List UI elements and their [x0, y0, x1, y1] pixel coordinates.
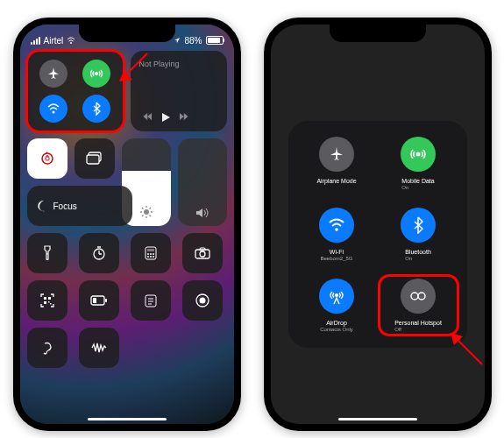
svg-point-18	[46, 253, 48, 255]
svg-point-29	[150, 256, 152, 258]
moon-icon	[36, 200, 48, 212]
wifi-icon	[67, 37, 75, 44]
svg-point-32	[200, 251, 205, 257]
svg-rect-34	[44, 297, 46, 300]
svg-rect-24	[147, 249, 154, 251]
svg-rect-37	[48, 301, 50, 303]
svg-marker-1	[119, 71, 132, 81]
cellular-data-item[interactable]: Mobile DataOn	[382, 137, 455, 190]
bluetooth-toggle[interactable]	[82, 95, 110, 123]
svg-point-52	[418, 293, 425, 300]
battery-icon	[206, 36, 224, 45]
phone-right: Airplane Mode Mobile DataOn Wi-FiBeebom2…	[264, 18, 492, 431]
carrier-label: Airtel	[44, 36, 64, 46]
svg-rect-6	[46, 157, 49, 160]
svg-point-27	[153, 253, 154, 255]
annotation-arrow	[445, 328, 485, 371]
notes-button[interactable]	[131, 280, 171, 321]
phone-left: Airtel 88% Not Playing	[13, 18, 241, 431]
notch	[79, 25, 175, 42]
timer-button[interactable]	[79, 233, 119, 273]
home-indicator[interactable]	[338, 418, 417, 420]
svg-point-5	[42, 153, 53, 164]
svg-rect-40	[105, 299, 107, 302]
screen-mirroring-button[interactable]	[75, 138, 115, 179]
svg-point-26	[150, 253, 152, 255]
svg-point-30	[153, 256, 154, 258]
voice-memos-button[interactable]	[79, 328, 119, 368]
focus-label: Focus	[53, 201, 77, 211]
bluetooth-item[interactable]: BluetoothOn	[382, 208, 455, 261]
svg-rect-38	[50, 303, 52, 305]
screen: Airplane Mode Mobile DataOn Wi-FiBeebom2…	[271, 25, 485, 424]
prev-track-icon[interactable]	[143, 113, 152, 122]
next-track-icon[interactable]	[180, 113, 188, 122]
svg-point-3	[95, 72, 98, 75]
bluetooth-icon	[401, 208, 436, 243]
notch	[330, 25, 426, 42]
wifi-item[interactable]: Wi-FiBeebom2_5G	[301, 208, 373, 261]
svg-line-0	[124, 53, 147, 77]
flashlight-button[interactable]	[27, 233, 67, 273]
battery-pct: 88%	[184, 36, 202, 46]
svg-point-25	[147, 253, 149, 255]
wifi-icon	[319, 208, 354, 243]
airdrop-icon	[319, 279, 354, 314]
low-power-button[interactable]	[79, 280, 119, 321]
home-indicator[interactable]	[88, 418, 167, 420]
location-icon	[174, 37, 181, 44]
svg-line-53	[456, 338, 482, 364]
volume-slider[interactable]	[178, 138, 227, 226]
svg-point-51	[411, 293, 418, 300]
svg-rect-36	[44, 301, 46, 304]
airplane-icon	[319, 137, 354, 172]
speaker-icon	[195, 207, 209, 219]
camera-button[interactable]	[182, 233, 223, 273]
calculator-button[interactable]	[131, 233, 171, 273]
wifi-toggle[interactable]	[39, 95, 67, 123]
cellular-icon	[401, 137, 436, 172]
qr-scanner-button[interactable]	[27, 280, 67, 321]
svg-rect-8	[87, 155, 99, 164]
svg-point-49	[335, 228, 338, 231]
svg-point-47	[199, 298, 205, 304]
airdrop-item[interactable]: AirDropContacts Only	[301, 279, 373, 332]
svg-point-28	[147, 256, 149, 258]
signal-bars-icon	[31, 37, 40, 45]
cellular-data-toggle[interactable]	[82, 60, 110, 88]
airplane-mode-toggle[interactable]	[39, 60, 67, 88]
connectivity-tile[interactable]	[27, 51, 124, 131]
svg-rect-41	[93, 298, 96, 303]
airplane-mode-item[interactable]: Airplane Mode	[301, 137, 373, 190]
hearing-button[interactable]	[27, 328, 67, 368]
play-icon[interactable]	[160, 112, 171, 123]
orientation-lock-toggle[interactable]	[27, 138, 67, 179]
expanded-connectivity-panel: Airplane Mode Mobile DataOn Wi-FiBeebom2…	[288, 121, 467, 348]
annotation-arrow	[117, 49, 152, 84]
screen-record-button[interactable]	[182, 280, 223, 321]
svg-point-4	[53, 111, 55, 114]
hotspot-icon	[401, 279, 436, 314]
svg-point-2	[70, 42, 72, 44]
svg-point-48	[416, 152, 421, 157]
svg-rect-35	[48, 297, 51, 300]
focus-button[interactable]: Focus	[27, 186, 132, 226]
screen: Airtel 88% Not Playing	[20, 25, 234, 424]
personal-hotspot-item[interactable]: Personal HotspotOff	[382, 279, 455, 332]
